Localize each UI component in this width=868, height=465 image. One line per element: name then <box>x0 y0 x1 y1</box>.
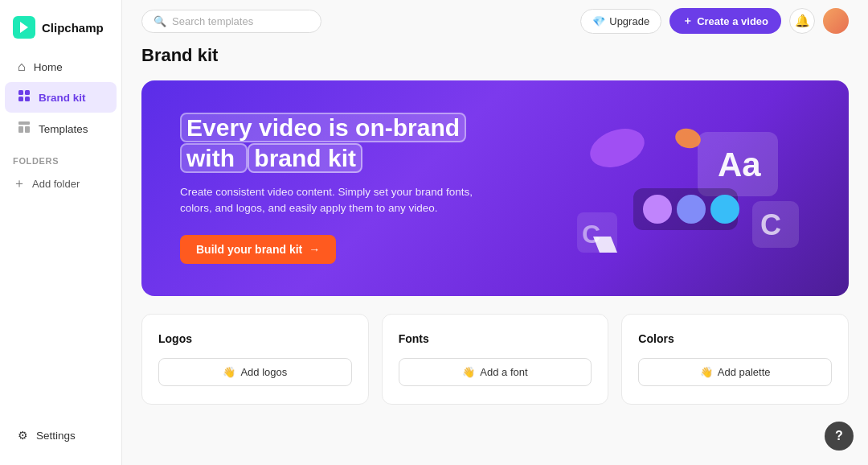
add-logos-icon: 👋 <box>223 366 235 378</box>
add-palette-icon: 👋 <box>700 366 713 378</box>
sidebar-item-settings[interactable]: ⚙ Settings <box>5 422 117 449</box>
add-palette-label: Add palette <box>718 366 771 378</box>
page-title: Brand kit <box>141 45 849 66</box>
sidebar-item-home-label: Home <box>34 61 63 73</box>
search-placeholder: Search templates <box>172 15 253 27</box>
svg-rect-1 <box>18 90 23 95</box>
settings-icon: ⚙ <box>18 429 28 442</box>
svg-point-15 <box>710 195 739 224</box>
arrow-right-icon: → <box>309 243 320 256</box>
sidebar-item-templates-label: Templates <box>39 123 88 135</box>
svg-rect-5 <box>18 121 30 125</box>
search-icon: 🔍 <box>154 15 166 27</box>
build-brand-kit-label: Build your brand kit <box>196 243 302 256</box>
brand-kit-banner: Every video is on-brand with brand kit C… <box>141 80 849 296</box>
upgrade-icon: 💎 <box>592 15 605 27</box>
banner-text: Every video is on-brand with brand kit C… <box>180 113 502 264</box>
folders-section-label: FOLDERS <box>0 145 121 169</box>
svg-rect-2 <box>25 90 30 95</box>
svg-rect-7 <box>25 126 30 133</box>
svg-rect-4 <box>25 97 30 101</box>
user-avatar[interactable] <box>823 8 849 34</box>
sidebar-nav: ⌂ Home Brand kit Temp <box>0 51 121 415</box>
banner-title: Every video is on-brand with brand kit <box>180 113 502 173</box>
add-logos-label: Add logos <box>240 366 287 378</box>
add-folder-button[interactable]: ＋ Add folder <box>0 169 121 199</box>
topbar-right: 💎 Upgrade ＋ Create a video 🔔 <box>580 8 849 34</box>
sidebar-item-templates[interactable]: Templates <box>5 113 117 144</box>
colors-card: Colors 👋 Add palette <box>621 314 849 405</box>
svg-marker-0 <box>20 22 28 33</box>
fonts-card-title: Fonts <box>399 332 592 345</box>
home-icon: ⌂ <box>18 60 26 74</box>
banner-title-line2-prefix: with <box>180 143 248 173</box>
illustration-svg: Aa C C <box>569 124 810 253</box>
add-folder-label: Add folder <box>32 178 80 190</box>
app-logo[interactable]: Clipchamp <box>0 10 121 51</box>
add-logos-button[interactable]: 👋 Add logos <box>158 358 352 386</box>
sidebar-item-home[interactable]: ⌂ Home <box>5 52 117 81</box>
topbar: 🔍 Search templates 💎 Upgrade ＋ Create a … <box>122 0 868 42</box>
create-label: Create a video <box>697 15 768 27</box>
plus-create-icon: ＋ <box>682 14 693 28</box>
logo-icon <box>13 16 35 39</box>
logos-card-title: Logos <box>158 332 352 345</box>
svg-text:C: C <box>582 220 600 249</box>
svg-point-10 <box>585 124 650 175</box>
logos-card: Logos 👋 Add logos <box>141 314 369 405</box>
colors-card-title: Colors <box>638 332 832 345</box>
search-bar[interactable]: 🔍 Search templates <box>141 10 321 33</box>
add-font-label: Add a font <box>480 366 527 378</box>
notifications-button[interactable]: 🔔 <box>789 8 815 34</box>
add-font-button[interactable]: 👋 Add a font <box>399 358 592 386</box>
svg-point-14 <box>677 195 706 224</box>
settings-label: Settings <box>36 430 76 442</box>
help-icon: ? <box>835 429 843 443</box>
banner-title-line1: Every video is on-brand <box>180 113 466 142</box>
fonts-card: Fonts 👋 Add a font <box>382 314 609 405</box>
help-button[interactable]: ? <box>825 422 854 451</box>
page-content: Brand kit Every video is on-brand with b… <box>122 42 868 424</box>
build-brand-kit-button[interactable]: Build your brand kit → <box>180 235 336 264</box>
sidebar-item-brand-kit-label: Brand kit <box>39 92 86 104</box>
svg-text:C: C <box>760 208 781 241</box>
add-font-icon: 👋 <box>462 366 475 378</box>
svg-text:Aa: Aa <box>718 146 761 183</box>
brand-kit-icon <box>18 89 31 105</box>
svg-rect-3 <box>18 97 23 101</box>
bell-icon: 🔔 <box>795 14 810 28</box>
cards-row: Logos 👋 Add logos Fonts 👋 Add a font Col… <box>141 314 849 405</box>
plus-icon: ＋ <box>13 175 26 192</box>
banner-description: Create consistent video content. Simply … <box>180 184 502 217</box>
svg-rect-6 <box>18 126 23 133</box>
svg-point-13 <box>643 195 672 224</box>
banner-title-highlight: brand kit <box>248 143 362 173</box>
templates-icon <box>18 121 31 137</box>
main-content: 🔍 Search templates 💎 Upgrade ＋ Create a … <box>122 0 868 465</box>
sidebar-bottom: ⚙ Settings <box>0 415 121 455</box>
sidebar: Clipchamp ⌂ Home Brand kit <box>0 0 122 465</box>
banner-illustration: Aa C C <box>569 124 810 253</box>
upgrade-button[interactable]: 💎 Upgrade <box>580 9 661 34</box>
create-video-button[interactable]: ＋ Create a video <box>669 8 781 34</box>
add-palette-button[interactable]: 👋 Add palette <box>638 358 832 386</box>
upgrade-label: Upgrade <box>609 15 649 27</box>
sidebar-item-brand-kit[interactable]: Brand kit <box>5 82 117 113</box>
app-name: Clipchamp <box>42 21 104 35</box>
